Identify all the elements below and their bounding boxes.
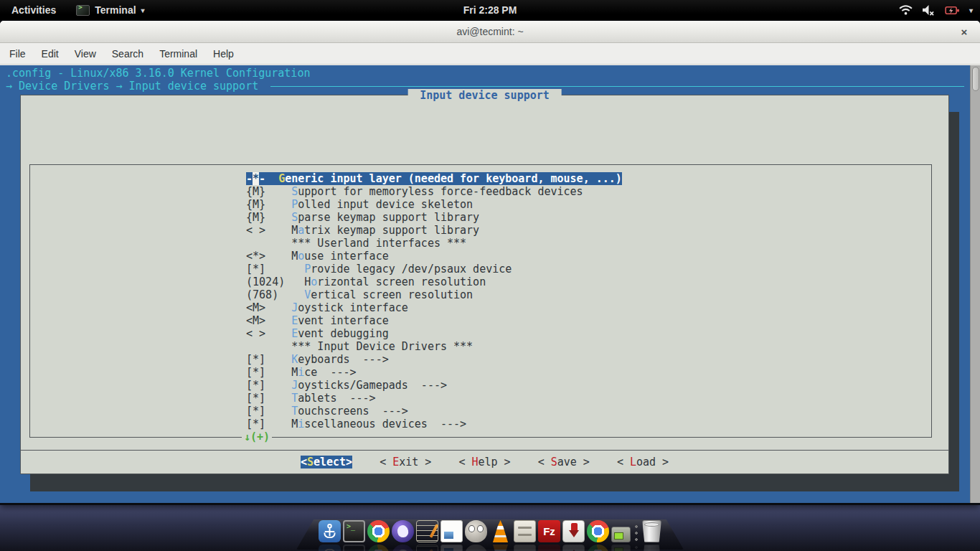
save-button[interactable]: < Save >	[538, 456, 590, 468]
window-title: avi@tecmint: ~	[0, 21, 980, 42]
installer-icon[interactable]	[562, 520, 585, 542]
chrome-icon[interactable]	[367, 520, 390, 542]
chrome-alt-icon[interactable]	[587, 520, 609, 542]
text-editor-icon[interactable]	[416, 520, 438, 542]
more-items-indicator: ↓(+)	[242, 430, 272, 443]
screen: Activities Terminal ▾ Fri 2:28 PM ▾	[0, 0, 980, 551]
scrollbar[interactable]	[970, 65, 980, 503]
menu-item[interactable]: <*> Mouse interface	[246, 250, 622, 263]
dock-icons: Fz	[319, 520, 661, 542]
menu-item[interactable]: [*] Joysticks/Gamepads --->	[246, 379, 622, 392]
menu-item[interactable]: [*] Keyboards --->	[246, 353, 622, 366]
dock-separator-dots	[633, 524, 640, 542]
load-button[interactable]: < Load >	[617, 456, 669, 468]
purple-app-icon[interactable]	[392, 520, 414, 542]
kernel-config-title: .config - Linux/x86 3.16.0 Kernel Config…	[6, 67, 310, 80]
trash-bucket-icon[interactable]	[642, 520, 661, 542]
docky-anchor-icon[interactable]	[319, 520, 341, 542]
menu-item[interactable]: <M> Joystick interface	[246, 301, 622, 314]
window-title-bar[interactable]: avi@tecmint: ~ ×	[0, 21, 980, 43]
menu-item[interactable]: [*] Miscellaneous devices --->	[246, 418, 622, 430]
file-cabinet-icon[interactable]	[514, 520, 536, 542]
exit-button[interactable]: < Exit >	[380, 456, 431, 468]
document-icon[interactable]	[440, 520, 463, 542]
menu-item[interactable]: [*] Touchscreens --->	[246, 405, 622, 418]
close-button[interactable]: ×	[957, 24, 971, 39]
gimp-icon[interactable]	[465, 520, 487, 542]
button-separator	[21, 450, 948, 451]
menubar-item-search[interactable]: Search	[104, 45, 151, 62]
menu-item[interactable]: {M} Sparse keymap support library	[246, 211, 622, 224]
filezilla-icon[interactable]: Fz	[538, 520, 560, 542]
terminal-window: avi@tecmint: ~ × FileEditViewSearchTermi…	[0, 21, 980, 505]
dock: Fz Fz	[296, 518, 684, 551]
menu-item[interactable]: {M} Polled input device skeleton	[246, 198, 622, 211]
breadcrumb-rule	[270, 86, 964, 87]
wifi-icon	[899, 5, 913, 16]
breadcrumb-text: → Device Drivers → Input device support	[6, 80, 265, 93]
menu-item[interactable]: [*] Provide legacy /dev/psaux device	[246, 263, 622, 276]
menubar-item-file[interactable]: File	[1, 45, 34, 62]
menu-section-header: *** Input Device Drivers ***	[246, 340, 622, 353]
terminal-canvas[interactable]: .config - Linux/x86 3.16.0 Kernel Config…	[0, 65, 980, 503]
app-menu-label: Terminal	[95, 4, 136, 16]
battery-icon	[945, 5, 960, 16]
window-menu-bar: FileEditViewSearchTerminalHelp	[0, 43, 980, 65]
status-area[interactable]: ▾	[899, 0, 973, 20]
user-menu-caret: ▾	[969, 6, 973, 14]
menubar-item-terminal[interactable]: Terminal	[151, 45, 205, 62]
gnome-top-bar: Activities Terminal ▾ Fri 2:28 PM ▾	[0, 0, 980, 20]
clock[interactable]: Fri 2:28 PM	[463, 4, 517, 16]
terminal-app-icon[interactable]	[343, 520, 365, 542]
menu-item[interactable]: [*] Mice --->	[246, 366, 622, 379]
terminal-icon	[76, 5, 90, 16]
dialog-buttons: <Select>< Exit >< Help >< Save >< Load >	[21, 456, 948, 468]
activities-label: Activities	[11, 4, 56, 16]
volume-muted-icon	[922, 4, 936, 16]
menubar-item-help[interactable]: Help	[205, 45, 242, 62]
activities-button[interactable]: Activities	[0, 0, 67, 20]
menu-item[interactable]: (1024) Horizontal screen resolution	[246, 276, 622, 288]
menu-item[interactable]: {M} Support for memoryless force-feedbac…	[246, 185, 622, 198]
menu-item[interactable]: < > Event debugging	[246, 327, 622, 340]
config-dialog: Input device support -*- Generic input l…	[20, 95, 949, 474]
dialog-title: Input device support	[407, 89, 562, 102]
menu-listbox: -*- Generic input layer (needed for keyb…	[29, 164, 932, 438]
gadget-icon[interactable]	[611, 527, 631, 542]
menu-item[interactable]: (768) Vertical screen resolution	[246, 288, 622, 301]
help-button[interactable]: < Help >	[458, 456, 510, 468]
menubar-item-view[interactable]: View	[67, 45, 104, 62]
scrollbar-thumb[interactable]	[972, 67, 979, 91]
menu-list: -*- Generic input layer (needed for keyb…	[246, 172, 622, 430]
chevron-down-icon: ▾	[141, 6, 145, 14]
app-menu-button[interactable]: Terminal ▾	[67, 0, 153, 20]
menu-item[interactable]: -*- Generic input layer (needed for keyb…	[246, 172, 622, 185]
menu-item[interactable]: <M> Event interface	[246, 314, 622, 327]
menu-section-header: *** Userland interfaces ***	[246, 237, 622, 250]
menubar-item-edit[interactable]: Edit	[34, 45, 67, 62]
vlc-icon[interactable]	[489, 520, 512, 542]
menu-item[interactable]: [*] Tablets --->	[246, 392, 622, 405]
menu-item[interactable]: < > Matrix keymap support library	[246, 224, 622, 237]
select-button[interactable]: <Select>	[301, 456, 352, 468]
